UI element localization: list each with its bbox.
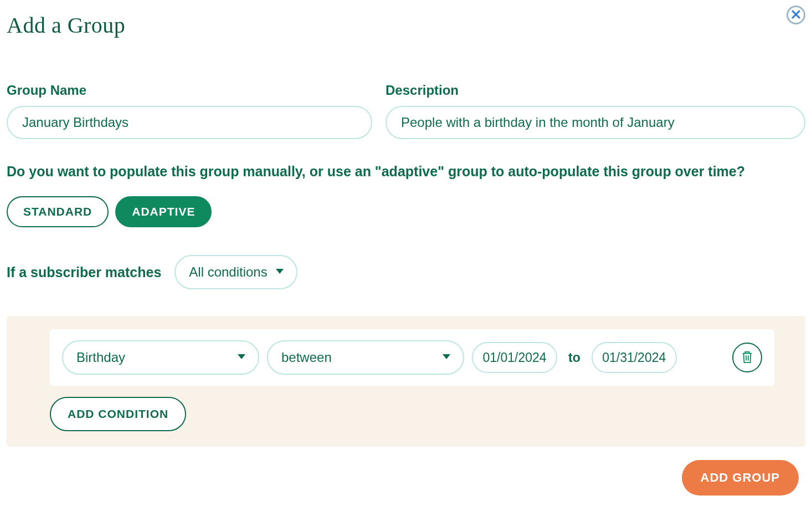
population-question: Do you want to populate this group manua… (7, 164, 805, 180)
match-conditions-select[interactable]: All conditions (174, 255, 297, 289)
close-icon (792, 10, 800, 21)
chevron-down-icon (442, 353, 451, 362)
condition-to-label: to (565, 350, 584, 365)
trash-icon (741, 350, 753, 365)
group-name-label: Group Name (7, 83, 372, 98)
chevron-down-icon (237, 353, 246, 362)
form-area: Group Name Description Do you want to po… (0, 38, 812, 496)
delete-condition-button[interactable] (732, 343, 762, 372)
dialog-title: Add a Group (0, 0, 812, 38)
chevron-down-icon (275, 267, 284, 277)
add-group-submit-button[interactable]: ADD GROUP (682, 460, 799, 496)
condition-operator-select[interactable]: between (267, 340, 464, 375)
condition-field-value: Birthday (63, 350, 154, 365)
add-condition-button[interactable]: ADD CONDITION (50, 397, 186, 431)
add-group-dialog: Add a Group Group Name Description Do yo… (0, 0, 812, 521)
condition-date-from-input[interactable] (472, 342, 557, 373)
match-row: If a subscriber matches All conditions (7, 255, 805, 289)
match-prefix: If a subscriber matches (7, 264, 161, 280)
top-field-row: Group Name Description (7, 83, 805, 139)
description-label: Description (386, 83, 805, 98)
description-field-wrap: Description (386, 83, 805, 139)
group-type-toggle: STANDARD ADAPTIVE (7, 196, 805, 227)
group-name-input[interactable] (7, 106, 372, 139)
close-button[interactable] (787, 6, 805, 24)
condition-date-to-input[interactable] (592, 342, 677, 373)
description-input[interactable] (386, 106, 805, 139)
condition-field-select[interactable]: Birthday (62, 340, 259, 375)
condition-operator-value: between (268, 350, 361, 365)
group-name-field-wrap: Group Name (7, 83, 372, 139)
condition-row: Birthday between to (50, 329, 774, 386)
footer-row: ADD GROUP (7, 447, 805, 496)
standard-button[interactable]: STANDARD (7, 196, 109, 227)
conditions-panel: Birthday between to (7, 316, 805, 447)
adaptive-button[interactable]: ADAPTIVE (115, 196, 212, 227)
